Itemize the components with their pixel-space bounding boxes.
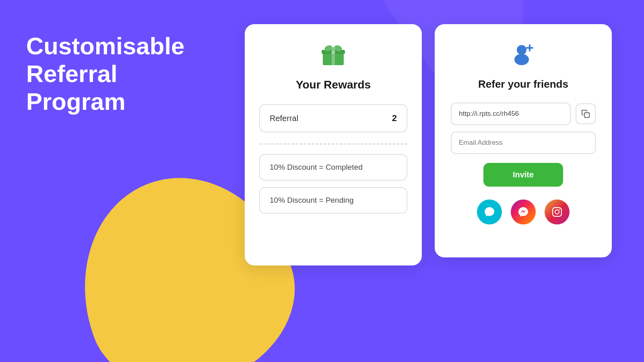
cards-container: Your Rewards Referral 2 10% Discount = C…: [245, 24, 612, 265]
hero-line3: Program: [26, 88, 126, 115]
divider: [259, 144, 407, 144]
refer-title: Refer your friends: [478, 78, 568, 90]
email-input[interactable]: [451, 132, 596, 154]
referral-count: 2: [392, 113, 397, 123]
referral-label: Referral: [270, 114, 298, 123]
link-row: [451, 103, 596, 125]
gift-icon: [320, 40, 347, 71]
svg-point-7: [331, 47, 335, 51]
chat-button[interactable]: [477, 200, 502, 224]
hero-line2: Referral: [26, 60, 118, 87]
hero-line1: Customisable: [26, 33, 184, 60]
rewards-card: Your Rewards Referral 2 10% Discount = C…: [245, 24, 422, 265]
messenger-button[interactable]: [511, 200, 536, 224]
svg-point-9: [514, 54, 529, 65]
referral-link-input[interactable]: [451, 103, 571, 125]
status-pending-text: 10% Discount = Pending: [270, 196, 354, 204]
status-completed-text: 10% Discount = Completed: [270, 163, 363, 171]
social-icons: [477, 200, 570, 224]
copy-button[interactable]: [576, 103, 596, 124]
messenger-icon: [517, 206, 529, 218]
chat-icon: [483, 206, 495, 218]
copy-icon: [581, 109, 590, 118]
status-completed-box: 10% Discount = Completed: [259, 154, 407, 181]
add-person-icon: [511, 42, 535, 71]
instagram-button[interactable]: [545, 200, 570, 224]
invite-button[interactable]: Invite: [483, 163, 563, 187]
status-pending-box: 10% Discount = Pending: [259, 187, 407, 214]
hero-text: Customisable Referral Program: [26, 32, 184, 115]
rewards-title: Your Rewards: [296, 78, 371, 91]
refer-card: Refer your friends Invite: [435, 24, 612, 257]
referral-box: Referral 2: [259, 104, 407, 132]
instagram-icon: [551, 206, 563, 218]
svg-point-8: [517, 45, 526, 55]
svg-rect-12: [584, 113, 589, 117]
